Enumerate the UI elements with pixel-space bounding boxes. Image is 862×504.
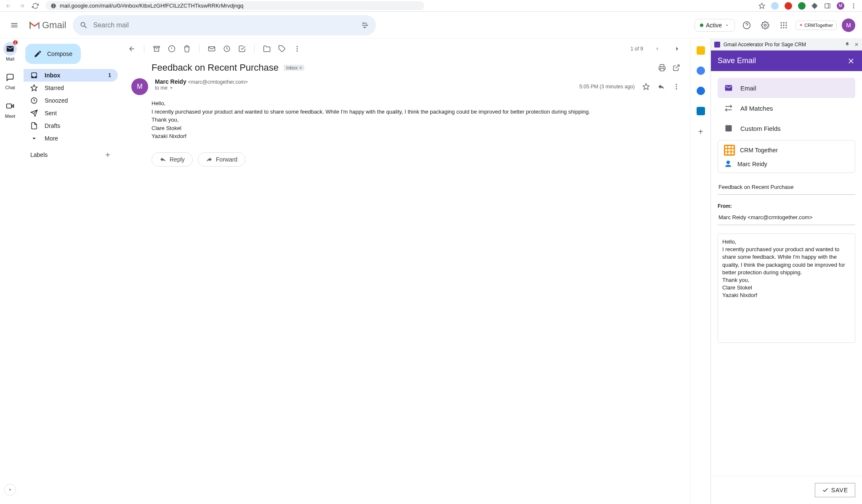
open-window-icon[interactable] (673, 64, 680, 72)
nav-more[interactable]: More (24, 132, 118, 145)
star-icon[interactable] (758, 3, 765, 9)
add-label-icon[interactable] (104, 151, 111, 158)
svg-rect-33 (660, 69, 664, 71)
svg-rect-38 (726, 125, 732, 132)
tab-all-matches[interactable]: All Matches (718, 98, 855, 118)
inbox-chip[interactable]: Inbox × (284, 65, 304, 71)
nav-drafts[interactable]: Drafts (24, 119, 118, 132)
mail-badge: 1 (13, 40, 18, 45)
search-options-icon[interactable] (361, 21, 369, 29)
search-input[interactable] (93, 21, 356, 29)
mark-unread-icon[interactable] (208, 45, 216, 53)
more-message-icon[interactable] (673, 83, 680, 90)
delete-icon[interactable] (183, 45, 191, 53)
forward-button[interactable]: Forward (198, 152, 245, 167)
svg-point-5 (853, 7, 854, 8)
crm-together-badge[interactable]: ✦ CRMTogether (795, 21, 837, 30)
print-icon[interactable] (658, 64, 666, 72)
extension-titlebar: Gmail Accelerator Pro for Sage CRM ✕ (711, 39, 862, 50)
sender-avatar[interactable]: M (131, 78, 148, 95)
company-row[interactable]: CRM Together (718, 141, 855, 160)
tab-custom-fields[interactable]: Custom Fields (718, 118, 855, 138)
gmail-logo-text: Gmail (42, 20, 66, 31)
chip-close-icon[interactable]: × (299, 65, 302, 70)
back-icon[interactable] (128, 45, 136, 53)
message-toolbar: 1 of 9 (121, 39, 690, 59)
match-card: CRM Together Marc Reidy (718, 140, 855, 173)
close-panel-icon[interactable] (847, 57, 855, 65)
save-button[interactable]: SAVE (815, 483, 855, 497)
trello-icon[interactable] (697, 107, 705, 115)
side-panel-icon[interactable] (824, 3, 831, 9)
gmail-logo-icon (29, 21, 40, 30)
close-titlebar-icon[interactable]: ✕ (854, 42, 859, 48)
rail-chat[interactable]: Chat (3, 71, 17, 90)
ext-icon-3[interactable] (798, 2, 806, 10)
forward-icon (206, 156, 213, 163)
site-info-icon[interactable] (51, 3, 56, 9)
nav-inbox[interactable]: Inbox 1 (24, 69, 118, 82)
contacts-icon[interactable] (697, 87, 705, 95)
labels-header: Labels (24, 145, 118, 161)
active-label: Active (706, 22, 722, 29)
more-icon[interactable] (293, 45, 301, 53)
archive-icon[interactable] (153, 45, 160, 53)
body-textarea[interactable]: Hello, I recently purchased your product… (718, 233, 855, 343)
svg-rect-20 (7, 104, 12, 108)
rail-mail[interactable]: 1 Mail (3, 42, 17, 61)
person-row[interactable]: Marc Reidy (718, 160, 855, 172)
search-icon[interactable] (80, 21, 88, 29)
svg-point-17 (781, 27, 782, 28)
subject-field[interactable]: Feedback on Recent Purchase (718, 180, 855, 195)
gmail-logo[interactable]: Gmail (29, 20, 66, 31)
reply-icon[interactable] (657, 83, 665, 90)
apps-icon[interactable] (777, 19, 790, 32)
tasks-icon[interactable] (697, 66, 705, 75)
add-task-icon[interactable] (238, 45, 246, 53)
svg-point-30 (297, 46, 298, 47)
reply-button[interactable]: Reply (152, 152, 193, 167)
extensions-icon[interactable] (811, 3, 818, 9)
star-message-icon[interactable] (642, 83, 650, 90)
profile-ext-icon[interactable] (771, 2, 779, 10)
sender-email: <marc@crmtogether.com> (188, 79, 248, 85)
nav-starred[interactable]: Starred (24, 82, 118, 94)
nav-sent[interactable]: Sent (24, 107, 118, 119)
rail-meet[interactable]: Meet (3, 99, 17, 119)
back-arrow-icon[interactable] (5, 3, 12, 9)
forward-arrow-icon[interactable] (19, 3, 25, 9)
add-addon-icon[interactable]: + (698, 127, 703, 137)
search-box[interactable] (73, 15, 376, 35)
fields-icon (724, 124, 733, 133)
email-tab-icon (724, 84, 733, 92)
settings-icon[interactable] (758, 19, 772, 32)
pin-icon[interactable] (844, 42, 850, 48)
url-bar[interactable]: mail.google.com/mail/u/0/#inbox/KtbxLzGH… (45, 1, 424, 10)
compose-button[interactable]: Compose (25, 44, 81, 64)
move-icon[interactable] (263, 45, 271, 53)
prev-icon[interactable] (651, 45, 663, 53)
snooze-icon[interactable] (223, 45, 231, 53)
main-menu-icon[interactable] (7, 18, 22, 33)
account-avatar[interactable]: M (842, 19, 855, 32)
reload-icon[interactable] (32, 3, 39, 9)
sender-name: Marc Reidy (155, 78, 186, 85)
extension-app-icon (714, 42, 720, 48)
nav-snoozed[interactable]: Snoozed (24, 94, 118, 107)
to-line[interactable]: to me (155, 85, 573, 91)
ext-icon-2[interactable] (785, 2, 792, 10)
matches-icon (724, 104, 733, 112)
spam-icon[interactable] (168, 45, 176, 53)
tab-email[interactable]: Email (718, 78, 855, 98)
profile-avatar-icon[interactable]: M (837, 2, 844, 10)
support-icon[interactable] (740, 19, 753, 32)
file-icon (30, 122, 38, 130)
from-field[interactable]: Marc Reidy <marc@crmtogether.com> (718, 210, 855, 225)
message-header: Feedback on Recent Purchase Inbox × (121, 59, 690, 73)
next-icon[interactable] (671, 45, 684, 53)
chrome-menu-icon[interactable] (850, 3, 857, 9)
label-icon[interactable] (278, 45, 286, 53)
active-status[interactable]: Active (694, 19, 735, 32)
collapse-rail-button[interactable] (4, 484, 16, 496)
keep-icon[interactable] (697, 46, 705, 55)
